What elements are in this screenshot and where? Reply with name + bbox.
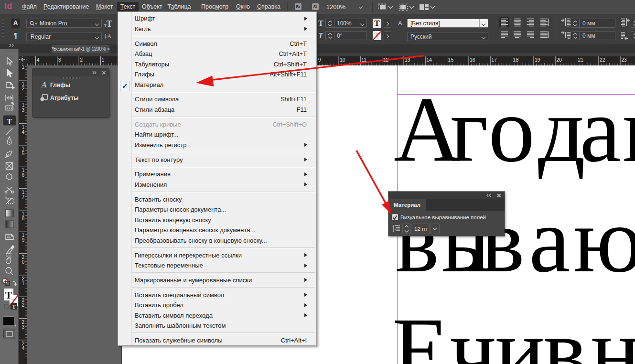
svg-text:Ечивн: Ечивн bbox=[392, 299, 635, 364]
svg-text:10: 10 bbox=[340, 57, 345, 63]
svg-text:1: 1 bbox=[101, 57, 104, 63]
svg-text:4: 4 bbox=[22, 129, 25, 135]
svg-text:13: 13 bbox=[405, 57, 410, 63]
svg-text:Агодан: Агодан bbox=[394, 78, 635, 181]
svg-text:18: 18 bbox=[513, 57, 519, 63]
svg-text:5: 5 bbox=[22, 150, 25, 156]
svg-text:3: 3 bbox=[22, 324, 25, 330]
svg-text:2: 2 bbox=[22, 86, 25, 91]
svg-text:3: 3 bbox=[22, 107, 25, 113]
svg-text:19: 19 bbox=[535, 57, 540, 63]
svg-text:15: 15 bbox=[448, 57, 454, 63]
svg-text:T: T bbox=[12, 303, 16, 310]
svg-text:21: 21 bbox=[578, 57, 584, 63]
svg-text:7: 7 bbox=[22, 194, 25, 200]
svg-text:22: 22 bbox=[600, 57, 605, 63]
svg-text:0: 0 bbox=[22, 259, 25, 265]
svg-text:4: 4 bbox=[37, 57, 40, 63]
svg-text:2: 2 bbox=[22, 302, 25, 308]
svg-text:23: 23 bbox=[621, 57, 627, 63]
svg-text:20: 20 bbox=[556, 57, 562, 63]
svg-text:9: 9 bbox=[318, 57, 321, 63]
svg-text:12: 12 bbox=[383, 57, 389, 63]
svg-text:11: 11 bbox=[361, 57, 366, 63]
svg-text:3: 3 bbox=[58, 57, 61, 63]
svg-text:T: T bbox=[7, 117, 12, 126]
svg-text:16: 16 bbox=[470, 57, 475, 63]
svg-text:1: 1 bbox=[22, 280, 25, 286]
svg-text:9: 9 bbox=[22, 237, 25, 243]
svg-text:14: 14 bbox=[426, 57, 432, 63]
svg-text:6: 6 bbox=[22, 172, 25, 178]
svg-text:8: 8 bbox=[22, 215, 25, 221]
svg-text:17: 17 bbox=[491, 57, 497, 63]
svg-text:2: 2 bbox=[80, 57, 83, 63]
svg-text:4: 4 bbox=[22, 345, 25, 351]
